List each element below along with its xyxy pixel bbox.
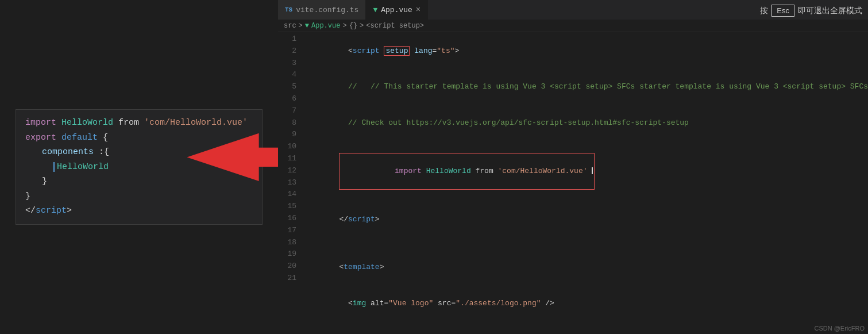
code-line-7: <template> xyxy=(303,249,868,285)
hint-prefix: 按 xyxy=(760,6,768,16)
esc-key[interactable]: Esc xyxy=(771,5,794,17)
line-num-15: 15 xyxy=(278,201,296,213)
snippet-line-2: export default { xyxy=(25,130,253,145)
line-num-14: 14 xyxy=(278,189,296,201)
snippet-default-keyword: default xyxy=(61,133,98,143)
hint-suffix: 即可退出全屏模式 xyxy=(798,6,862,16)
code-line-8: <img alt="Vue logo" src="./assets/logo.p… xyxy=(303,286,868,321)
tab-close-button[interactable]: × xyxy=(416,5,421,14)
tab-app-vue-label: App.vue xyxy=(381,6,412,14)
line-num-19: 19 xyxy=(278,248,296,260)
cursor xyxy=(592,167,593,174)
snippet-helloworld-id: HelloWorld xyxy=(61,118,113,128)
line-num-9: 9 xyxy=(278,129,296,141)
snippet-line-5: } xyxy=(25,174,253,189)
code-line-9: <HelloWorld msg="Hello Vue 3 + TypeScrip… xyxy=(303,321,868,334)
breadcrumb-sep3: > xyxy=(360,22,364,30)
snippet-line-3: components :{ xyxy=(25,145,253,160)
line-num-8: 8 xyxy=(278,117,296,129)
line-num-18: 18 xyxy=(278,237,296,249)
left-panel: import HelloWorld from 'com/HelloWorld.v… xyxy=(0,0,278,334)
breadcrumb: src > ▼ App.vue > {} > <script setup> 按 … xyxy=(278,20,868,32)
line-num-10: 10 xyxy=(278,141,296,153)
snippet-line-4: HelloWorld xyxy=(25,160,253,175)
breadcrumb-app-vue: App.vue xyxy=(311,22,340,30)
line-num-4: 4 xyxy=(278,69,296,81)
code-line-1: <script setup lang="ts"> xyxy=(303,33,868,69)
fullscreen-hint: 按 Esc 即可退出全屏模式 xyxy=(760,5,862,17)
snippet-from: from xyxy=(118,118,139,128)
code-line-4: import HelloWorld from 'com/HelloWorld.v… xyxy=(303,141,868,202)
line-num-7: 7 xyxy=(278,105,296,117)
breadcrumb-sep1: > xyxy=(299,22,303,30)
breadcrumb-src: src xyxy=(284,22,296,30)
tab-vite-config[interactable]: TS vite.config.ts xyxy=(278,0,366,20)
line-num-6: 6 xyxy=(278,93,296,105)
code-content: <script setup lang="ts"> // // This star… xyxy=(301,32,868,334)
line-num-16: 16 xyxy=(278,213,296,225)
credit: CSDN @EricFRO xyxy=(814,325,865,332)
setup-attribute-highlight: setup xyxy=(384,46,410,56)
snippet-from-path: 'com/HelloWorld.vue' xyxy=(144,118,248,128)
snippet-line-6: } xyxy=(25,189,253,204)
code-line-5: </script> xyxy=(303,202,868,237)
code-snippet: import HelloWorld from 'com/HelloWorld.v… xyxy=(16,109,263,225)
breadcrumb-vue-icon: ▼ xyxy=(305,22,309,30)
snippet-helloworld-component: HelloWorld xyxy=(57,162,109,172)
snippet-import-keyword: import xyxy=(25,118,56,128)
ts-badge: TS xyxy=(285,6,292,13)
line-num-12: 12 xyxy=(278,165,296,177)
line-num-11: 11 xyxy=(278,153,296,165)
line-num-1: 1 xyxy=(278,33,296,45)
code-line-2: // // This starter template is using Vue… xyxy=(303,69,868,105)
breadcrumb-braces: {} xyxy=(349,22,357,30)
line-num-2: 2 xyxy=(278,45,296,57)
line-num-5: 5 xyxy=(278,81,296,93)
code-area: 1 2 3 4 5 6 7 8 9 10 11 12 13 14 15 16 1… xyxy=(278,32,868,334)
breadcrumb-sep2: > xyxy=(342,22,346,30)
snippet-line-7: </script> xyxy=(25,204,253,218)
snippet-export-keyword: export xyxy=(25,133,56,143)
line-numbers: 1 2 3 4 5 6 7 8 9 10 11 12 13 14 15 16 1… xyxy=(278,32,301,334)
breadcrumb-script-setup: <script setup> xyxy=(366,22,424,30)
line-num-17: 17 xyxy=(278,225,296,237)
tab-app-vue[interactable]: ▼ App.vue × xyxy=(366,0,428,20)
line-num-3: 3 xyxy=(278,57,296,70)
right-panel: TS vite.config.ts ▼ App.vue × src > ▼ Ap… xyxy=(278,0,868,334)
tab-vite-config-label: vite.config.ts xyxy=(296,6,358,14)
line-num-21: 21 xyxy=(278,272,296,285)
line-num-13: 13 xyxy=(278,177,296,189)
line-num-20: 20 xyxy=(278,260,296,272)
code-line-3: // Check out https://v3.vuejs.org/api/sf… xyxy=(303,105,868,141)
import-line-highlight: import HelloWorld from 'com/HelloWorld.v… xyxy=(339,153,595,190)
vue-badge: ▼ xyxy=(373,6,377,14)
snippet-components-key: components xyxy=(42,147,94,157)
snippet-line-1: import HelloWorld from 'com/HelloWorld.v… xyxy=(25,116,253,130)
code-line-6 xyxy=(303,238,868,250)
